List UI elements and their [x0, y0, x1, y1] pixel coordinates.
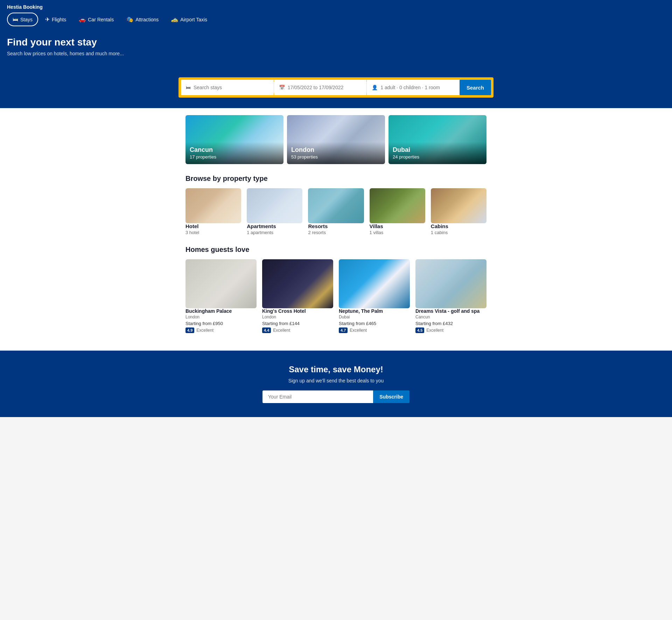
resorts-label: Resorts [308, 223, 364, 229]
search-dates-input[interactable] [288, 85, 362, 90]
city-london-overlay: London 53 properties [287, 142, 385, 164]
footer-subtitle: Sign up and we'll send the best deals to… [7, 378, 665, 383]
palace-rating-badge: 4.9 [186, 327, 194, 333]
home-card-palace[interactable]: Buckingham Palace London Starting from £… [186, 259, 257, 333]
home-card-neptune[interactable]: Neptune, The Palm Dubai Starting from £4… [339, 259, 410, 333]
kings-name: King's Cross Hotel [262, 308, 333, 314]
neptune-rating-badge: 4.7 [339, 327, 348, 333]
search-guests-field[interactable]: 👤 [367, 80, 460, 95]
city-cards-section: Cancun 17 properties London 53 propertie… [186, 115, 486, 164]
search-destination-field[interactable]: 🛏 [181, 80, 274, 95]
property-card-cabins[interactable]: Cabins 1 cabins [431, 188, 486, 235]
hero-section: Find your next stay Search low prices on… [0, 26, 672, 77]
email-form: Subscribe [262, 390, 410, 403]
property-types-title: Browse by property type [186, 175, 486, 183]
dreams-rating-text: Excellent [426, 328, 443, 333]
neptune-name: Neptune, The Palm [339, 308, 410, 314]
hero-subtitle: Search low prices on hotels, homes and m… [7, 51, 665, 56]
city-dubai-overlay: Dubai 24 properties [388, 142, 486, 164]
palace-location: London [186, 315, 257, 319]
resorts-image [308, 188, 364, 223]
taxi-icon: 🚕 [171, 16, 178, 23]
search-button[interactable]: Search [460, 80, 491, 95]
main-nav: 🛏 Stays ✈ Flights 🚗 Car Rentals 🎭 Attrac… [0, 10, 672, 26]
stays-icon: 🛏 [13, 16, 18, 23]
search-dates-field[interactable]: 📅 [274, 80, 367, 95]
search-container: 🛏 📅 👤 Search [0, 77, 672, 108]
subscribe-button[interactable]: Subscribe [373, 390, 410, 403]
kings-rating-badge: 4.4 [262, 327, 271, 333]
nav-item-airport-taxis[interactable]: 🚕 Airport Taxis [166, 13, 213, 26]
dreams-image [415, 259, 486, 308]
villas-count: 1 villas [370, 230, 425, 235]
search-bar: 🛏 📅 👤 Search [178, 77, 493, 98]
nav-flights-label: Flights [52, 17, 66, 22]
cabins-image [431, 188, 486, 223]
footer-title: Save time, save Money! [7, 365, 665, 374]
kings-rating: 4.4 Excellent [262, 327, 333, 333]
dreams-price: Starting from £432 [415, 321, 486, 326]
homes-grid: Buckingham Palace London Starting from £… [186, 259, 486, 333]
property-card-apartments[interactable]: Apartments 1 apartments [247, 188, 302, 235]
hotel-count: 3 hotel [186, 230, 241, 235]
kings-rating-text: Excellent [273, 328, 290, 333]
brand-name: Hestia Booking [0, 0, 672, 10]
city-cancun-name: Cancun [190, 146, 279, 154]
palace-rating: 4.9 Excellent [186, 327, 257, 333]
search-guests-input[interactable] [380, 85, 455, 90]
neptune-location: Dubai [339, 315, 410, 319]
car-icon: 🚗 [79, 16, 86, 23]
nav-item-attractions[interactable]: 🎭 Attractions [121, 13, 164, 26]
main-content: Cancun 17 properties London 53 propertie… [178, 108, 493, 351]
palace-name: Buckingham Palace [186, 308, 257, 314]
apartments-label: Apartments [247, 223, 302, 229]
villas-image [370, 188, 425, 223]
nav-item-car-rentals[interactable]: 🚗 Car Rentals [73, 13, 119, 26]
nav-item-flights[interactable]: ✈ Flights [40, 13, 72, 26]
home-card-kings[interactable]: King's Cross Hotel London Starting from … [262, 259, 333, 333]
property-types-section: Browse by property type Hotel 3 hotel Ap… [186, 175, 486, 235]
hotel-label: Hotel [186, 223, 241, 229]
city-dubai-props: 24 properties [393, 154, 419, 160]
neptune-rating-text: Excellent [350, 328, 367, 333]
nav-item-stays[interactable]: 🛏 Stays [7, 13, 38, 26]
nav-car-label: Car Rentals [88, 17, 114, 22]
home-card-dreams[interactable]: Dreams Vista - golf and spa Cancun Start… [415, 259, 486, 333]
city-card-dubai[interactable]: Dubai 24 properties [388, 115, 486, 164]
kings-location: London [262, 315, 333, 319]
neptune-price: Starting from £465 [339, 321, 410, 326]
property-card-resorts[interactable]: Resorts 2 resorts [308, 188, 364, 235]
nav-stays-label: Stays [20, 17, 33, 22]
cabins-count: 1 cabins [431, 230, 486, 235]
apartments-image [247, 188, 302, 223]
palace-price: Starting from £950 [186, 321, 257, 326]
city-card-london[interactable]: London 53 properties [287, 115, 385, 164]
property-types-grid: Hotel 3 hotel Apartments 1 apartments Re… [186, 188, 486, 235]
city-cancun-overlay: Cancun 17 properties [186, 142, 284, 164]
resorts-count: 2 resorts [308, 230, 364, 235]
dreams-rating-badge: 4.5 [415, 327, 424, 333]
person-icon: 👤 [372, 85, 378, 90]
palace-image [186, 259, 257, 308]
city-cancun-props: 17 properties [190, 154, 216, 160]
city-dubai-name: Dubai [393, 146, 482, 154]
city-london-props: 53 properties [291, 154, 318, 160]
property-card-villas[interactable]: Villas 1 villas [370, 188, 425, 235]
attractions-icon: 🎭 [126, 16, 133, 23]
hotel-image [186, 188, 241, 223]
neptune-image [339, 259, 410, 308]
calendar-icon: 📅 [279, 85, 285, 90]
flights-icon: ✈ [45, 16, 50, 23]
property-card-hotel[interactable]: Hotel 3 hotel [186, 188, 241, 235]
city-card-cancun[interactable]: Cancun 17 properties [186, 115, 284, 164]
email-input[interactable] [262, 390, 373, 403]
dreams-name: Dreams Vista - golf and spa [415, 308, 486, 314]
dreams-rating: 4.5 Excellent [415, 327, 486, 333]
palace-rating-text: Excellent [196, 328, 214, 333]
apartments-count: 1 apartments [247, 230, 302, 235]
neptune-rating: 4.7 Excellent [339, 327, 410, 333]
kings-image [262, 259, 333, 308]
nav-taxi-label: Airport Taxis [180, 17, 207, 22]
dreams-location: Cancun [415, 315, 486, 319]
search-stays-input[interactable] [194, 85, 269, 90]
